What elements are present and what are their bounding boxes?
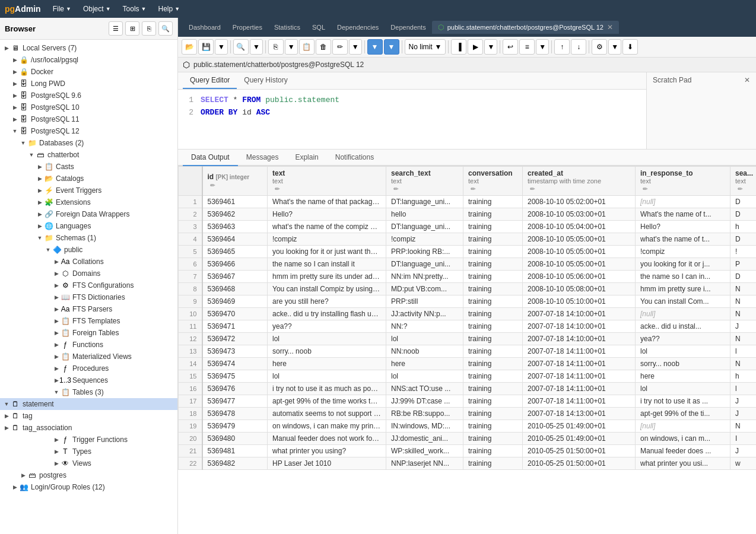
tree-item-fts-parsers[interactable]: ▶AaFTS Parsers xyxy=(0,303,177,315)
data-table-container[interactable]: id [PK] integer ✏ text text ✏ xyxy=(178,166,756,534)
browser-search-btn[interactable]: 🔍 xyxy=(158,21,173,36)
menu-tools[interactable]: Tools ▼ xyxy=(118,2,151,15)
find-btn[interactable]: 🔍 xyxy=(233,39,249,55)
edit-btn[interactable]: ✏ xyxy=(332,39,348,55)
tree-item-casts[interactable]: ▶📋Casts xyxy=(0,161,177,173)
tab-dependents[interactable]: Dependents xyxy=(385,21,431,33)
save-btn[interactable]: 💾 xyxy=(198,39,214,55)
tree-item-tag[interactable]: ▶🗒tag xyxy=(0,410,177,422)
tab-query[interactable]: ⬡ public.statement/chatterbot/postgres@P… xyxy=(432,21,619,34)
table-row[interactable]: 175369477apt-get 99% of the time works t… xyxy=(179,395,757,408)
tree-item-mat-views[interactable]: ▶📋Materialized Views xyxy=(0,351,177,363)
code-editor[interactable]: 1 SELECT * FROM public.statement 2 ORDER… xyxy=(178,90,646,149)
browser-grid-btn[interactable]: ⊞ xyxy=(125,21,139,36)
delete-btn[interactable]: 🗑 xyxy=(316,39,331,55)
table-row[interactable]: 205369480Manual feeder does not work for… xyxy=(179,433,757,445)
table-row[interactable]: 45369464!compiz!compiztraining2008-10-10… xyxy=(179,233,757,246)
table-row[interactable]: 65369466the name so I can install itDT:l… xyxy=(179,258,757,271)
tab-dashboard[interactable]: Dashboard xyxy=(183,21,227,33)
tree-item-postgres[interactable]: ▶🗃postgres xyxy=(0,469,177,481)
macro-btn[interactable]: ⚙ xyxy=(592,39,607,55)
tree-item-languages[interactable]: ▶🌐Languages xyxy=(0,220,177,232)
table-row[interactable]: 15369461What's the name of that package … xyxy=(179,196,757,208)
tree-item-statement[interactable]: ▼🗒statement xyxy=(0,398,177,410)
execute-dropdown-btn[interactable]: ▼ xyxy=(484,39,497,55)
tree-item-procedures[interactable]: ▶ƒProcedures xyxy=(0,363,177,374)
tab-notifications[interactable]: Notifications xyxy=(327,150,382,166)
browser-copy-btn[interactable]: ⎘ xyxy=(142,21,156,36)
download-btn[interactable]: ⬇ xyxy=(622,39,638,55)
tab-data-output[interactable]: Data Output xyxy=(183,150,238,166)
tab-close-btn[interactable]: ✕ xyxy=(607,23,613,31)
rollback-btn[interactable]: ↓ xyxy=(571,39,586,55)
tree-item-pg10[interactable]: ▶🗄PostgreSQL 10 xyxy=(0,101,177,113)
menu-object[interactable]: Object ▼ xyxy=(78,2,116,15)
copy-dropdown-btn[interactable]: ▼ xyxy=(285,39,298,55)
explain-analyze-btn[interactable]: ≡ xyxy=(519,39,535,55)
tree-item-fts-configs[interactable]: ▶⚙FTS Configurations xyxy=(0,279,177,291)
table-row[interactable]: 215369481what printer you using?WP:skill… xyxy=(179,445,757,457)
tree-item-docker[interactable]: ▶🔒Docker xyxy=(0,66,177,78)
tree-item-tag-assoc[interactable]: ▶🗒tag_association xyxy=(0,422,177,434)
tree-item-tables[interactable]: ▼📋Tables (3) xyxy=(0,386,177,398)
tree-item-fts-templates[interactable]: ▶📋FTS Templates xyxy=(0,315,177,327)
tree-item-pg11[interactable]: ▶🗄PostgreSQL 11 xyxy=(0,113,177,125)
tree-item-chatterbot[interactable]: ▼🗃chatterbot xyxy=(0,149,177,161)
table-row[interactable]: 135369473sorry... noobNN:noobtraining200… xyxy=(179,345,757,358)
tree-item-schemas[interactable]: ▼📁Schemas (1) xyxy=(0,232,177,244)
tree-item-pg96[interactable]: ▶🗄PostgreSQL 9.6 xyxy=(0,90,177,101)
tree-item-login-group-roles[interactable]: ▶👥Login/Group Roles (12) xyxy=(0,481,177,493)
table-row[interactable]: 55369465you looking for it or just want … xyxy=(179,246,757,258)
filter-active-btn[interactable]: ▼ xyxy=(384,39,399,55)
table-row[interactable]: 185369478automatix seems to not support … xyxy=(179,408,757,420)
table-row[interactable]: 115369471yea??NN:?training2007-07-18 14:… xyxy=(179,320,757,333)
tree-item-databases[interactable]: ▼📁Databases (2) xyxy=(0,137,177,149)
tree-item-fts-dicts[interactable]: ▶📖FTS Dictionaries xyxy=(0,291,177,303)
commit-btn[interactable]: ↑ xyxy=(554,39,570,55)
tree-item-long-pwd[interactable]: ▶🗄Long PWD xyxy=(0,78,177,90)
tree-item-catalogs[interactable]: ▶📂Catalogs xyxy=(0,173,177,185)
run-btn[interactable]: ▐ xyxy=(451,39,466,55)
tree-item-public[interactable]: ▼🔷public xyxy=(0,244,177,256)
tab-query-history[interactable]: Query History xyxy=(237,72,294,89)
table-row[interactable]: 35369463what's the name of the compiz ma… xyxy=(179,221,757,233)
execute-btn[interactable]: ▶ xyxy=(468,39,483,55)
menu-file[interactable]: File ▼ xyxy=(48,2,76,15)
tab-sql[interactable]: SQL xyxy=(306,21,331,33)
tab-dependencies[interactable]: Dependencies xyxy=(331,21,385,33)
table-row[interactable]: 195369479on windows, i can make my print… xyxy=(179,420,757,433)
table-row[interactable]: 125369472lolloltraining2007-07-18 14:10:… xyxy=(179,333,757,345)
tree-item-collations[interactable]: ▶AaCollations xyxy=(0,256,177,268)
paste-btn[interactable]: 📋 xyxy=(299,39,315,55)
scratch-pad-close[interactable]: ✕ xyxy=(744,76,750,84)
explain-btn[interactable]: ↩ xyxy=(503,39,518,55)
table-row[interactable]: 85369468You can install Compiz by using … xyxy=(179,283,757,295)
tab-properties[interactable]: Properties xyxy=(227,21,268,33)
table-row[interactable]: 165369476i try not to use it as much as … xyxy=(179,383,757,395)
menu-help[interactable]: Help ▼ xyxy=(153,2,185,15)
tree-item-types[interactable]: ▶TTypes xyxy=(0,446,177,457)
open-file-btn[interactable]: 📂 xyxy=(182,39,197,55)
tree-item-pg12[interactable]: ▼🗄PostgreSQL 12 xyxy=(0,125,177,137)
table-row[interactable]: 25369462Hello?hellotraining2008-10-10 05… xyxy=(179,208,757,221)
table-row[interactable]: 105369470acke.. did u try installing fla… xyxy=(179,308,757,320)
tree-item-foreign-data-wrappers[interactable]: ▶🔗Foreign Data Wrappers xyxy=(0,208,177,220)
tree-item-sequences[interactable]: ▶1..3Sequences xyxy=(0,374,177,386)
explain-dropdown-btn[interactable]: ▼ xyxy=(536,39,549,55)
browser-list-btn[interactable]: ☰ xyxy=(109,21,123,36)
tab-messages[interactable]: Messages xyxy=(238,150,287,166)
limit-dropdown[interactable]: No limit ▼ xyxy=(405,39,446,55)
find-dropdown-btn[interactable]: ▼ xyxy=(250,39,263,55)
table-row[interactable]: 145369474hereheretraining2007-07-18 14:1… xyxy=(179,358,757,370)
filter-btn[interactable]: ▼ xyxy=(367,39,383,55)
tree-item-functions[interactable]: ▶ƒFunctions xyxy=(0,339,177,351)
tree-item-trigger-funcs[interactable]: ▶ƒTrigger Functions xyxy=(0,434,177,446)
tree-item-local-servers[interactable]: ▶🖥Local Servers (7) xyxy=(0,42,177,54)
table-row[interactable]: 225369482HP Laser Jet 1010NNP:laserjet N… xyxy=(179,457,757,470)
table-row[interactable]: 75369467hmm im pretty sure its under add… xyxy=(179,271,757,283)
tree-item-domains[interactable]: ▶⬡Domains xyxy=(0,268,177,279)
tab-statistics[interactable]: Statistics xyxy=(268,21,306,33)
edit-dropdown-btn[interactable]: ▼ xyxy=(349,39,362,55)
tree-item-views[interactable]: ▶👁Views xyxy=(0,457,177,469)
tree-item-extensions[interactable]: ▶🧩Extensions xyxy=(0,196,177,208)
